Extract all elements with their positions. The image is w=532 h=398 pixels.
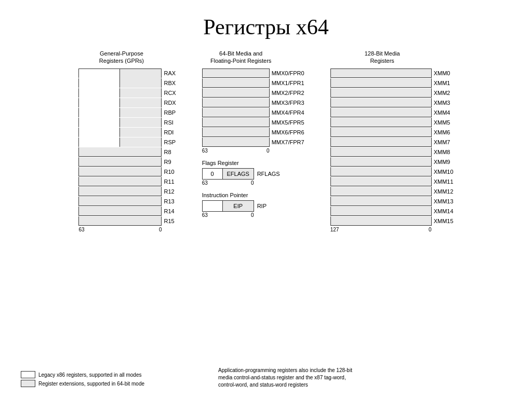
ip-rip-label: RIP [257, 203, 267, 209]
table-row: XMM2 [330, 88, 454, 98]
table-row: MMX1/FPR1 [202, 78, 304, 88]
table-row: XMM8 [330, 147, 454, 157]
legend-box-white [21, 371, 35, 378]
legend-text-1: Legacy x86 registers, supported in all m… [38, 372, 141, 378]
xmm-header: 128-Bit MediaRegisters [330, 50, 434, 65]
table-row: XMM15 [330, 216, 454, 226]
xmm-axis: 127 0 [330, 227, 432, 232]
table-row: XMM14 [330, 207, 454, 216]
table-row: RBX [78, 78, 176, 88]
ip-row: EIP RIP [202, 200, 304, 212]
table-row: RSI [78, 118, 176, 127]
table-row: XMM6 [330, 128, 454, 137]
table-row: R8 [78, 147, 174, 157]
table-row: MMX2/FPR2 [202, 88, 304, 98]
legend-note: Application-programming registers also i… [218, 367, 364, 389]
table-row: MMX5/FPR5 [202, 118, 304, 127]
gpr-axis: 63 0 [78, 227, 162, 232]
table-row: MMX3/FPR3 [202, 98, 304, 107]
table-row: RDX [78, 98, 176, 107]
gpr-section: General-PurposeRegisters (GPRs) RAX RBX … [78, 50, 176, 235]
table-row: RAX [78, 68, 176, 78]
ip-title: Instruction Pointer [202, 192, 304, 198]
table-row: R13 [78, 197, 174, 206]
table-row: R12 [78, 187, 174, 196]
table-row: R10 [78, 167, 174, 176]
gpr-full-registers: R8 R9 R10 R11 R12 R13 [78, 147, 174, 226]
table-row: R15 [78, 216, 174, 226]
legend-item-2: Register extensions, supported in 64-bit… [21, 380, 144, 387]
table-row: XMM10 [330, 167, 454, 176]
flags-row: 0 EFLAGS RFLAGS [202, 168, 304, 180]
table-row: MMX6/FPR6 [202, 128, 304, 137]
table-row: R11 [78, 177, 174, 186]
table-row: XMM9 [330, 157, 454, 167]
gpr-split-registers: RAX RBX RCX RDX [78, 68, 176, 147]
table-row: R9 [78, 157, 174, 167]
flags-eflags-box: EFLAGS [223, 168, 254, 180]
fp-registers: MMX0/FPR0 MMX1/FPR1 MMX2/FPR2 MMX3/FPR3 … [202, 68, 304, 147]
table-row: XMM4 [330, 108, 454, 117]
legend-box-gray [21, 380, 35, 387]
table-row: RDI [78, 128, 176, 137]
xmm-section: 128-Bit MediaRegisters XMM0 XMM1 XMM2 XM… [330, 50, 454, 235]
table-row: MMX4/FPR4 [202, 108, 304, 117]
table-row: XMM13 [330, 197, 454, 206]
legend-text-2: Register extensions, supported in 64-bit… [38, 381, 144, 387]
flags-title: Flags Register [202, 160, 304, 166]
table-row: XMM0 [330, 68, 454, 78]
legend: Legacy x86 registers, supported in all m… [21, 371, 144, 389]
table-row: RCX [78, 88, 176, 98]
table-row: RBP [78, 108, 176, 117]
table-row: XMM1 [330, 78, 454, 88]
fp-axis: 63 0 [202, 148, 270, 154]
table-row: XMM11 [330, 177, 454, 186]
xmm-registers: XMM0 XMM1 XMM2 XMM3 XMM4 XMM5 [330, 68, 454, 226]
table-row: XMM5 [330, 118, 454, 127]
instruction-pointer-section: Instruction Pointer EIP RIP 63 0 [202, 192, 304, 218]
ip-zero-area [202, 200, 223, 212]
flags-zero-value: 0 [202, 168, 223, 180]
table-row: R14 [78, 207, 174, 216]
table-row: RSP [78, 138, 176, 147]
fp-section: 64-Bit Media andFloating-Point Registers… [202, 50, 304, 218]
table-row: MMX7/FPR7 [202, 138, 304, 147]
fp-header: 64-Bit Media andFloating-Point Registers [202, 50, 280, 65]
table-row: XMM3 [330, 98, 454, 107]
flags-register-section: Flags Register 0 EFLAGS RFLAGS 63 0 [202, 160, 304, 186]
gpr-header: General-PurposeRegisters (GPRs) [78, 50, 164, 65]
page-title: Регистры x64 [0, 0, 532, 50]
ip-axis: 63 0 [202, 212, 254, 218]
flags-axis: 63 0 [202, 180, 254, 186]
table-row: XMM7 [330, 138, 454, 147]
table-row: MMX0/FPR0 [202, 68, 304, 78]
table-row: XMM12 [330, 187, 454, 196]
legend-item-1: Legacy x86 registers, supported in all m… [21, 371, 144, 378]
flags-rflags-label: RFLAGS [257, 171, 280, 177]
ip-eip-box: EIP [223, 200, 254, 212]
